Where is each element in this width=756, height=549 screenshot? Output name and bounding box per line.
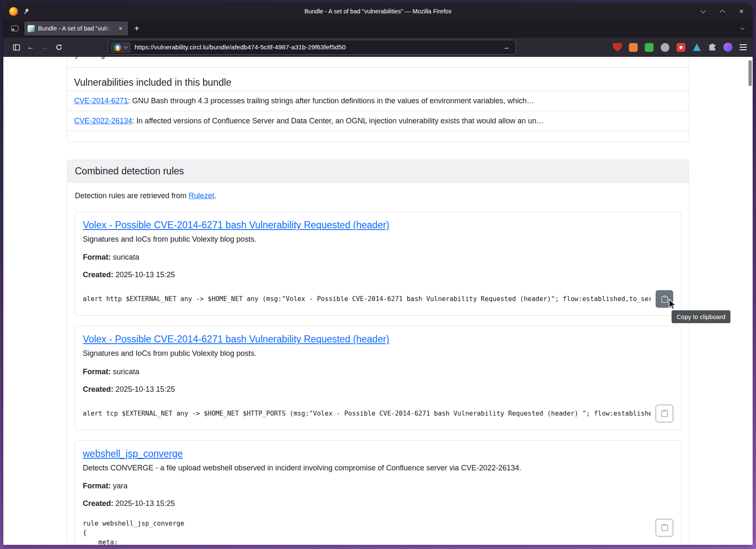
format-label: Format: xyxy=(83,368,111,376)
account-avatar[interactable] xyxy=(723,43,733,52)
vulnerability-row: CVE-2014-6271: GNU Bash through 4.3 proc… xyxy=(67,91,689,111)
copy-to-clipboard-button[interactable] xyxy=(656,290,673,308)
chevron-down-icon xyxy=(740,26,744,30)
maximize-button[interactable] xyxy=(718,8,726,15)
clipboard-icon xyxy=(661,524,668,531)
extension-red-icon[interactable] xyxy=(677,43,685,52)
intro-suffix: . xyxy=(214,192,216,200)
menu-button[interactable] xyxy=(740,44,747,50)
back-button[interactable]: ← xyxy=(23,40,38,54)
navigation-toolbar: ← → https://vulnerability.circl.lu/bundl… xyxy=(3,38,753,57)
firefox-logo-icon xyxy=(9,7,18,16)
ublock-origin-icon[interactable] xyxy=(613,43,622,52)
rule-code: alert http $EXTERNAL_NET any -> $HOME_NE… xyxy=(83,295,651,303)
clipboard-icon xyxy=(661,296,668,303)
forward-button[interactable]: → xyxy=(38,40,52,54)
format-value: suricata xyxy=(113,368,139,376)
firefox-view-icon xyxy=(11,26,18,31)
cve-link[interactable]: CVE-2014-6271 xyxy=(74,97,128,105)
page-scrollbar[interactable] xyxy=(748,60,752,86)
rule-code: rule webshell_jsp_converge { meta: xyxy=(83,519,651,545)
detection-rules-heading: Combined detection rules xyxy=(67,160,689,183)
tab-close-button[interactable]: × xyxy=(116,24,125,33)
url-input[interactable]: https://vulnerability.circl.lu/bundle/af… xyxy=(135,43,497,51)
vulnerability-list: CVE-2014-6271: GNU Bash through 4.3 proc… xyxy=(67,91,689,131)
rule-description: Signatures and IoCs from public Volexity… xyxy=(83,348,673,358)
rule-code: alert tcp $EXTERNAL_NET any -> $HOME_NET… xyxy=(83,410,651,417)
format-value: yara xyxy=(113,482,128,490)
format-label: Format: xyxy=(83,253,111,261)
tab-favicon xyxy=(28,25,35,32)
created-label: Created: xyxy=(83,271,113,279)
format-value: suricata xyxy=(113,253,139,261)
tab-bar: Bundle - A set of bad "vuln × + xyxy=(3,19,753,38)
created-value: 2025-10-13 15:25 xyxy=(115,385,175,393)
go-button[interactable]: → xyxy=(501,43,511,51)
minimize-icon xyxy=(700,8,706,13)
titlebar: Bundle - A set of bad "vulnerabilities" … xyxy=(3,3,753,19)
tooltip: Copy to clipboard xyxy=(672,310,730,323)
rule-title-link[interactable]: Volex - Possible CVE-2014-6271 bash Vuln… xyxy=(83,334,389,345)
google-icon xyxy=(114,44,121,51)
extension-teal-icon[interactable] xyxy=(692,43,701,52)
minimize-button[interactable] xyxy=(699,8,707,15)
hamburger-icon xyxy=(740,44,747,50)
reload-button[interactable] xyxy=(52,40,66,54)
copy-to-clipboard-button[interactable] xyxy=(656,519,673,536)
url-bar[interactable]: https://vulnerability.circl.lu/bundle/af… xyxy=(108,40,516,55)
extensions-puzzle-icon[interactable] xyxy=(708,43,716,51)
tab-title: Bundle - A set of bad "vuln xyxy=(38,25,113,32)
list-all-tabs-button[interactable] xyxy=(736,22,748,35)
detection-rules-card: Combined detection rules Detection rules… xyxy=(67,160,689,545)
page-content: y g Vulnerabilities included in this bun… xyxy=(3,57,753,545)
reload-icon xyxy=(56,44,62,51)
new-tab-button[interactable]: + xyxy=(130,22,143,35)
rule-description: Detects CONVERGE - a file upload webshel… xyxy=(83,463,673,473)
extension-orange-icon[interactable] xyxy=(629,43,638,52)
pin-icon xyxy=(22,7,30,15)
clipboard-icon xyxy=(661,410,668,417)
close-button[interactable]: × xyxy=(738,8,745,15)
cve-link[interactable]: CVE-2022-26134 xyxy=(74,117,132,125)
copy-to-clipboard-button[interactable] xyxy=(656,405,673,422)
rule-card: Volex - Possible CVE-2014-6271 bash Vuln… xyxy=(75,326,681,430)
created-label: Created: xyxy=(83,499,113,508)
created-value: 2025-10-13 15:25 xyxy=(115,271,175,279)
rule-title-link[interactable]: webshell_jsp_converge xyxy=(83,448,183,459)
search-engine-chip[interactable] xyxy=(110,42,131,53)
vulnerability-row: CVE-2022-26134: In affected versions of … xyxy=(67,111,689,131)
rule-card: Volex - Possible CVE-2014-6271 bash Vuln… xyxy=(75,212,681,316)
created-label: Created: xyxy=(83,385,113,393)
cve-summary: : In affected versions of Confluence Ser… xyxy=(132,117,544,125)
detection-intro: Detection rules are retrieved from Rulez… xyxy=(75,190,681,202)
extension-gray-icon[interactable] xyxy=(661,43,669,52)
bundle-vulnerabilities-card: y g Vulnerabilities included in this bun… xyxy=(67,57,689,142)
rule-card: webshell_jsp_converge Detects CONVERGE -… xyxy=(75,440,681,545)
maximize-icon xyxy=(720,10,725,15)
tab-bundle[interactable]: Bundle - A set of bad "vuln × xyxy=(24,21,128,36)
extension-green-icon[interactable] xyxy=(645,43,654,52)
rulezet-link[interactable]: Rulezet xyxy=(189,192,214,200)
created-value: 2025-10-13 15:25 xyxy=(115,499,175,508)
cve-summary: : GNU Bash through 4.3 processes trailin… xyxy=(128,97,534,105)
format-label: Format: xyxy=(83,482,111,490)
intro-prefix: Detection rules are retrieved from xyxy=(75,192,189,200)
browser-window: Bundle - A set of bad "vulnerabilities" … xyxy=(3,3,753,545)
firefox-view-button[interactable] xyxy=(8,22,22,35)
sidebar-toggle-button[interactable] xyxy=(9,40,23,54)
rule-title-link[interactable]: Volex - Possible CVE-2014-6271 bash Vuln… xyxy=(83,220,389,230)
window-title: Bundle - A set of bad "vulnerabilities" … xyxy=(304,8,452,15)
clipped-text-fragment: y xyxy=(75,57,79,59)
rule-description: Signatures and IoCs from public Volexity… xyxy=(83,234,673,244)
close-icon: × xyxy=(739,8,744,15)
clipped-text-fragment: g xyxy=(101,57,105,59)
extension-area xyxy=(613,43,747,52)
chevron-down-icon xyxy=(124,44,128,49)
vulnerabilities-heading: Vulnerabilities included in this bundle xyxy=(67,68,689,91)
clipped-row: y g xyxy=(67,57,689,68)
sidebar-icon xyxy=(13,44,20,51)
